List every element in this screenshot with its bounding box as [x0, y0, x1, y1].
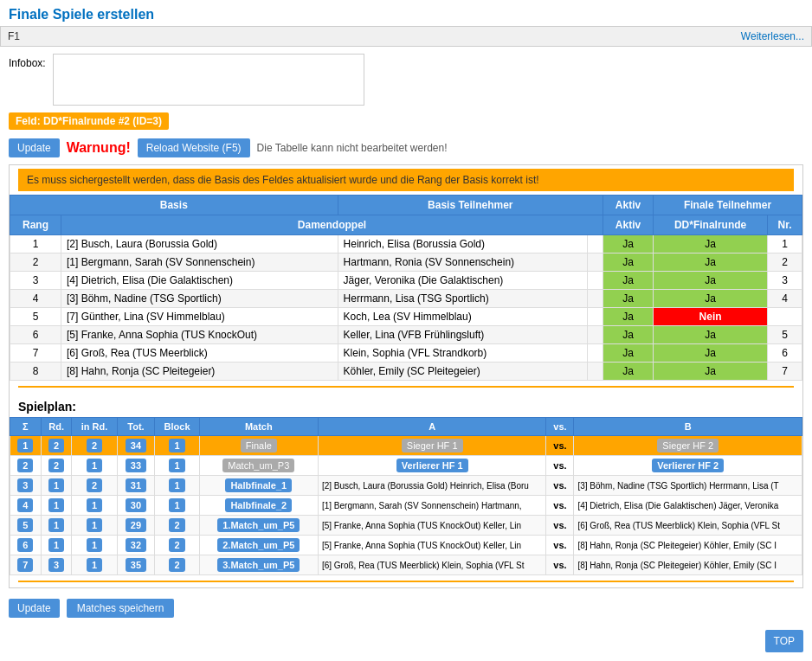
col-basis-teilnehmer: Basis Teilnehmer: [338, 196, 603, 215]
b-cell[interactable]: [3] Böhm, Nadine (TSG Sportlich) Herrman…: [574, 476, 802, 496]
match-cell[interactable]: Halbfinale_2: [199, 496, 318, 516]
basis-aktiv: Ja: [603, 235, 653, 253]
rd-cell: 1: [41, 496, 72, 516]
scrollable-area: Es muss sichergestellt werden, dass die …: [9, 164, 803, 588]
tot-cell: 32: [117, 536, 155, 555]
basis-finale: Ja: [654, 272, 768, 290]
infobox-label: Infobox:: [9, 54, 46, 69]
in-rd-cell: 1: [72, 555, 117, 575]
rd-cell: 3: [41, 555, 72, 575]
col-aktiv2: Aktiv: [603, 215, 653, 235]
basis-table: Basis Basis Teilnehmer Aktiv Finale Teil…: [10, 195, 802, 381]
vs-cell: vs.: [546, 496, 574, 516]
basis-aktiv: Ja: [603, 290, 653, 308]
basis-table-row: 8[8] Hahn, Ronja (SC Pleitegeier)Köhler,…: [10, 363, 802, 381]
a-cell[interactable]: Sieger HF 1: [318, 436, 546, 456]
sigma-cell: 2: [10, 456, 42, 476]
match-cell[interactable]: Halbfinale_1: [199, 476, 318, 496]
basis-table-row: 7[6] Groß, Rea (TUS Meerblick)Klein, Sop…: [10, 344, 802, 363]
a-cell[interactable]: Verlierer HF 1: [318, 456, 546, 476]
tot-cell: 33: [117, 456, 155, 476]
match-cell[interactable]: 1.Match_um_P5: [199, 516, 318, 536]
block-cell: 1: [155, 456, 199, 476]
sigma-cell: 5: [10, 516, 42, 536]
update-button-top[interactable]: Update: [9, 138, 60, 157]
tot-cell: 31: [117, 476, 155, 496]
spielplan-col-header: A: [318, 418, 546, 436]
basis-player2: Hartmann, Ronia (SV Sonnenschein): [338, 253, 588, 272]
sigma-cell: 7: [10, 555, 42, 575]
block-cell: 1: [155, 496, 199, 516]
basis-nr: 5: [768, 326, 802, 344]
col-basis: Basis: [10, 196, 338, 215]
spielplan-row: 7313523.Match_um_P5[6] Groß, Rea (TUS Me…: [10, 555, 802, 575]
weiterlesen-link[interactable]: Weiterlesen...: [741, 30, 804, 42]
basis-table-row: 3[4] Dietrich, Elisa (Die Galaktischen)J…: [10, 272, 802, 290]
a-cell[interactable]: [5] Franke, Anna Sophia (TUS KnockOut) K…: [318, 536, 546, 555]
b-cell[interactable]: [4] Dietrich, Elisa (Die Galaktischen) J…: [574, 496, 802, 516]
match-cell[interactable]: Finale: [199, 436, 318, 456]
basis-nr: 2: [768, 253, 802, 272]
b-cell[interactable]: Sieger HF 2: [574, 436, 802, 456]
update-button-bottom[interactable]: Update: [9, 599, 60, 618]
basis-player1: [5] Franke, Anna Sophia (TUS KnockOut): [61, 326, 338, 344]
tot-cell: 29: [117, 516, 155, 536]
basis-finale: Ja: [654, 290, 768, 308]
block-cell: 2: [155, 536, 199, 555]
a-cell[interactable]: [1] Bergmann, Sarah (SV Sonnenschein) Ha…: [318, 496, 546, 516]
b-cell[interactable]: Verlierer HF 2: [574, 456, 802, 476]
basis-finale: Ja: [654, 363, 768, 381]
top-bar-label: F1: [8, 30, 20, 42]
col-nr: Nr.: [768, 215, 802, 235]
basis-empty: [588, 272, 603, 290]
top-bar: F1 Weiterlesen...: [0, 26, 812, 47]
basis-aktiv: Ja: [603, 272, 653, 290]
reload-button[interactable]: Reload Website (F5): [138, 138, 250, 157]
sigma-cell: 4: [10, 496, 42, 516]
page-title: Finale Spiele erstellen: [0, 0, 812, 26]
a-cell[interactable]: [5] Franke, Anna Sophia (TUS KnockOut) K…: [318, 516, 546, 536]
infobox-textarea[interactable]: [53, 54, 364, 106]
b-cell[interactable]: [8] Hahn, Ronja (SC Pleitegeier) Köhler,…: [574, 536, 802, 555]
basis-finale: Ja: [654, 253, 768, 272]
divider1: [18, 386, 794, 388]
rd-cell: 1: [41, 516, 72, 536]
basis-player2: Köhler, Emily (SC Pleitegeier): [338, 363, 588, 381]
basis-player2: Keller, Lina (VFB Frühlingsluft): [338, 326, 588, 344]
rd-cell: 1: [41, 476, 72, 496]
b-cell[interactable]: [8] Hahn, Ronja (SC Pleitegeier) Köhler,…: [574, 555, 802, 575]
spielplan-row: 5112921.Match_um_P5[5] Franke, Anna Soph…: [10, 516, 802, 536]
basis-nr: 6: [768, 344, 802, 363]
a-cell[interactable]: [2] Busch, Laura (Borussia Gold) Heinric…: [318, 476, 546, 496]
b-cell[interactable]: [6] Groß, Rea (TUS Meerblick) Klein, Sop…: [574, 516, 802, 536]
basis-table-row: 2[1] Bergmann, Sarah (SV Sonnenschein)Ha…: [10, 253, 802, 272]
basis-empty: [588, 253, 603, 272]
basis-nr: 4: [768, 290, 802, 308]
basis-player1: [7] Günther, Lina (SV Himmelblau): [61, 308, 338, 326]
match-cell[interactable]: 2.Match_um_P5: [199, 536, 318, 555]
basis-rang: 1: [10, 235, 61, 253]
infobox-row: Infobox:: [0, 50, 812, 112]
basis-player2: Koch, Lea (SV Himmelblau): [338, 308, 588, 326]
match-cell[interactable]: Match_um_P3: [199, 456, 318, 476]
basis-aktiv: Ja: [603, 326, 653, 344]
vs-cell: vs.: [546, 436, 574, 456]
match-cell[interactable]: 3.Match_um_P5: [199, 555, 318, 575]
vs-cell: vs.: [546, 555, 574, 575]
vs-cell: vs.: [546, 516, 574, 536]
basis-finale: Ja: [654, 344, 768, 363]
basis-table-row: 1[2] Busch, Laura (Borussia Gold)Heinric…: [10, 235, 802, 253]
warning-text: Warnung!: [67, 140, 131, 156]
spielplan-col-header: B: [574, 418, 802, 436]
sigma-cell: 1: [10, 436, 42, 456]
basis-empty: [588, 326, 603, 344]
matches-speichern-button[interactable]: Matches speichern: [67, 599, 175, 618]
basis-aktiv: Ja: [603, 308, 653, 326]
col-aktiv: Aktiv: [603, 196, 653, 215]
sigma-cell: 6: [10, 536, 42, 555]
basis-rang: 5: [10, 308, 61, 326]
in-rd-cell: 2: [72, 476, 117, 496]
a-cell[interactable]: [6] Groß, Rea (TUS Meerblick) Klein, Sop…: [318, 555, 546, 575]
basis-player2: Heinrich, Elisa (Borussia Gold): [338, 235, 588, 253]
basis-table-row: 6[5] Franke, Anna Sophia (TUS KnockOut)K…: [10, 326, 802, 344]
